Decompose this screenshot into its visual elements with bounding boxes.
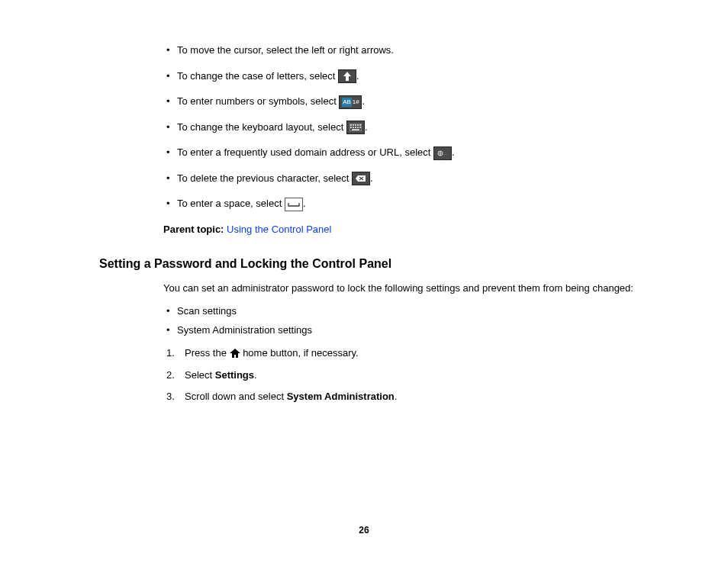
steps-list: Press the home button, if necessary. Sel… [163, 346, 644, 404]
step-bold: System Administration [287, 391, 395, 402]
bullet-item: To delete the previous character, select… [163, 171, 644, 186]
step-bold: Settings [215, 369, 254, 381]
bullet-text: To change the keyboard layout, select [177, 121, 346, 133]
bullet-text: To delete the previous character, select [177, 172, 352, 184]
bullet-item: To enter numbers or symbols, select AB1#… [163, 94, 644, 109]
step-text: Select [185, 369, 215, 381]
svg-rect-10 [359, 127, 361, 128]
bullet-item: Scan settings [163, 304, 644, 319]
step-text-after: . [254, 369, 257, 381]
bullet-item: To move the cursor, select the left or r… [163, 43, 644, 58]
parent-topic-label: Parent topic: [163, 224, 224, 235]
backspace-icon [352, 172, 370, 185]
svg-rect-8 [355, 127, 356, 128]
svg-text:…: … [443, 151, 447, 156]
svg-rect-6 [350, 127, 352, 128]
section-intro: You can set an administrator password to… [163, 281, 644, 296]
page-number: 26 [0, 523, 728, 537]
home-icon [230, 347, 240, 362]
svg-rect-11 [352, 129, 359, 130]
numbers-symbols-icon: AB1# [339, 95, 362, 109]
svg-rect-3 [355, 124, 356, 126]
bullet-text-after: . [356, 70, 359, 82]
bullet-item: To enter a space, select . [163, 196, 644, 211]
svg-rect-7 [353, 127, 354, 128]
bullet-text: To move the cursor, select the left or r… [177, 44, 394, 56]
step-text: Press the [185, 347, 230, 359]
bullet-text-after: . [362, 95, 365, 107]
step-item: Scroll down and select System Administra… [163, 389, 644, 404]
section-heading: Setting a Password and Locking the Contr… [99, 255, 644, 273]
svg-rect-1 [350, 124, 352, 126]
step-text-after: . [395, 391, 398, 402]
svg-rect-9 [357, 127, 359, 128]
bullet-item: To change the keyboard layout, select . [163, 120, 644, 135]
bullet-item: System Administration settings [163, 323, 644, 338]
bullet-item: To enter a frequently used domain addres… [163, 145, 644, 160]
instruction-bullet-list: To move the cursor, select the left or r… [163, 43, 644, 211]
svg-rect-5 [359, 124, 361, 126]
bullet-text: To enter numbers or symbols, select [177, 95, 339, 107]
bullet-text-after: . [370, 172, 373, 184]
domain-url-icon: … [433, 146, 452, 160]
step-item: Press the home button, if necessary. [163, 346, 644, 362]
document-page: To move the cursor, select the left or r… [0, 0, 728, 563]
page-content: To move the cursor, select the left or r… [163, 43, 644, 404]
space-icon [285, 198, 303, 211]
bullet-text-after: . [452, 146, 455, 158]
parent-topic-link[interactable]: Using the Control Panel [227, 224, 331, 235]
bullet-text: To enter a space, select [177, 198, 285, 209]
bullet-text-after: . [365, 121, 368, 133]
svg-rect-4 [357, 124, 359, 126]
step-text: Scroll down and select [185, 391, 287, 402]
keyboard-layout-icon [346, 121, 365, 134]
step-item: Select Settings. [163, 368, 644, 383]
bullet-text: To change the case of letters, select [177, 70, 338, 82]
bullet-item: To change the case of letters, select . [163, 69, 644, 84]
svg-rect-2 [353, 124, 354, 126]
shift-up-icon [338, 69, 356, 83]
bullet-text: To enter a frequently used domain addres… [177, 146, 433, 158]
bullet-text-after: . [303, 198, 306, 209]
settings-bullet-list: Scan settings System Administration sett… [163, 304, 644, 338]
parent-topic: Parent topic: Using the Control Panel [163, 222, 644, 237]
step-text-after: home button, if necessary. [240, 347, 359, 359]
